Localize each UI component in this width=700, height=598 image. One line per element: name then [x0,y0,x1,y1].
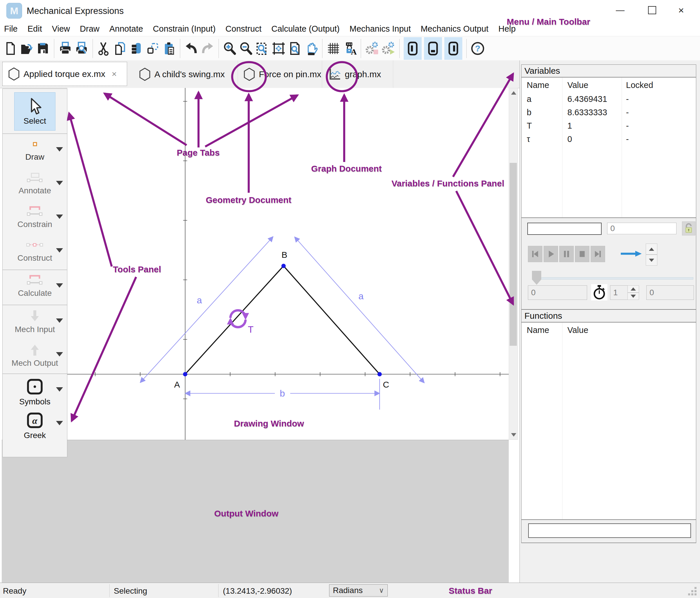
show-grid-button[interactable] [325,38,342,59]
drawing-vertical-scrollbar[interactable] [509,88,518,440]
functions-table[interactable]: Name Value [521,322,696,520]
menu-view[interactable]: View [52,24,70,34]
dimension-line-left[interactable] [140,236,273,382]
chevron-down-icon[interactable] [56,215,63,219]
tool-draw[interactable]: Draw [3,134,67,168]
variables-table[interactable]: Name Value Locked a 6.4369431 - b 8.6333… [521,77,696,218]
maximize-button[interactable] [639,0,665,20]
close-button[interactable]: × [668,0,694,20]
undo-button[interactable] [183,38,199,59]
menu-construct[interactable]: Construct [225,24,261,34]
var-locked[interactable]: - [626,108,629,117]
print-preview-button[interactable] [73,38,90,59]
paste-special-button[interactable] [145,38,161,59]
torque-label[interactable]: T [248,324,254,335]
speed-up-button[interactable] [646,244,657,255]
var-name[interactable]: a [527,94,531,104]
paste-button[interactable] [161,38,177,59]
torque-symbol[interactable] [230,320,246,327]
tool-construct[interactable]: Construct [3,235,67,269]
cut-button[interactable] [96,38,112,59]
zoom-to-fit-button[interactable] [271,38,287,59]
angle-unit-dropdown[interactable]: Radians ∨ [329,584,388,597]
tool-mech-output[interactable]: Mech Output [3,339,67,373]
animation-step-input[interactable] [610,285,629,300]
tab-force-on-pin[interactable]: Force on pin.mx [238,60,322,88]
var-name[interactable]: T [527,121,532,131]
point-C[interactable] [378,372,382,376]
tab-applied-torque[interactable]: Applied torque ex.mx × [2,62,127,86]
menu-edit[interactable]: Edit [28,24,42,34]
chevron-down-icon[interactable] [56,352,63,356]
tab-close-icon[interactable]: × [112,69,117,79]
animation-end-input[interactable] [646,285,694,300]
var-value[interactable]: 6.4369431 [567,94,607,104]
timer-button[interactable] [591,284,607,300]
animation-expression-input[interactable] [527,223,602,235]
point-A[interactable] [183,372,188,376]
var-name[interactable]: τ [527,134,530,144]
dim-label-a-right[interactable]: a [358,291,364,301]
tool-calculate[interactable]: Calculate [3,271,67,304]
tool-mech-input[interactable]: Mech Input [3,306,67,339]
pan-button[interactable] [303,38,319,59]
toggle-right-panel-button[interactable] [444,37,462,60]
scroll-up-icon[interactable] [511,91,516,95]
menu-calculate-output[interactable]: Calculate (Output) [271,24,340,34]
tool-annotate[interactable]: Annotate [3,168,67,202]
var-name[interactable]: b [527,108,531,117]
scroll-down-icon[interactable] [511,433,516,437]
lock-variable-button[interactable] [682,222,695,235]
point-B[interactable] [281,264,286,268]
var-locked[interactable]: - [626,94,629,104]
skip-to-start-button[interactable] [528,246,543,262]
dimension-line-right[interactable] [295,237,424,383]
chevron-down-icon[interactable] [56,181,63,185]
copy-button[interactable] [112,38,128,59]
toggle-left-panel-button[interactable] [404,37,422,60]
tool-constrain[interactable]: Constrain [3,202,67,235]
tab-childs-swing[interactable]: A child's swing.mx [129,60,238,88]
dim-label-b[interactable]: b [280,388,285,399]
menu-mechanics-output[interactable]: Mechanics Output [421,24,489,34]
help-button[interactable]: ? [470,38,486,59]
chevron-down-icon[interactable] [56,283,63,288]
tool-greek[interactable]: α Greek [3,408,67,442]
point-label-C[interactable]: C [383,380,389,389]
menu-mechanics-input[interactable]: Mechanics Input [349,24,411,34]
var-value[interactable]: 0 [567,134,572,144]
chevron-down-icon[interactable] [56,147,63,152]
new-document-button[interactable] [2,38,19,59]
var-value[interactable]: 8.6333333 [567,108,607,117]
step-down-button[interactable] [627,293,639,300]
var-locked[interactable]: - [626,121,629,131]
var-locked[interactable]: - [626,134,629,144]
point-label-A[interactable]: A [174,380,180,389]
speed-down-button[interactable] [646,255,657,266]
dim-label-a-left[interactable]: a [197,295,202,305]
copy-as-data-button[interactable] [128,38,145,59]
stop-button[interactable] [575,246,590,262]
zoom-in-button[interactable] [222,38,238,59]
tool-symbols[interactable]: Symbols [3,374,67,408]
animation-slider-handle[interactable] [532,271,541,285]
animation-value-input[interactable] [607,223,676,234]
scrollbar-thumb[interactable] [509,163,517,346]
menu-file[interactable]: File [4,24,18,34]
chevron-down-icon[interactable] [56,319,63,323]
tab-graph[interactable]: graph.mx [322,60,393,88]
lock-text-style-button[interactable]: A [342,38,358,59]
animation-settings-stop-button[interactable] [364,38,380,59]
chevron-down-icon[interactable] [56,248,63,253]
tool-select[interactable]: Select [14,92,55,131]
save-document-button[interactable] [35,38,51,59]
chevron-down-icon[interactable] [56,387,63,392]
pause-button[interactable] [559,246,574,262]
zoom-out-button[interactable] [238,38,254,59]
drawing-window[interactable]: a a b T A B C [67,88,509,440]
animation-slider-track[interactable] [536,277,693,279]
zoom-document-button[interactable] [287,38,303,59]
triangle-segments[interactable] [185,266,380,374]
menu-constrain-input[interactable]: Constrain (Input) [153,24,216,34]
redo-button[interactable] [199,38,216,59]
